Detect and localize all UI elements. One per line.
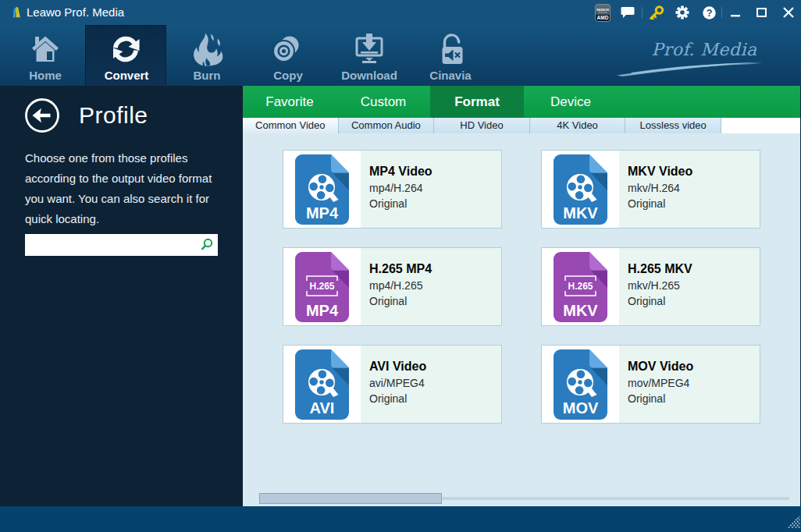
nav-item-home[interactable]: Home bbox=[5, 25, 86, 86]
settings-gear-icon[interactable] bbox=[673, 0, 692, 25]
subtab-common-audio[interactable]: Common Audio bbox=[339, 118, 435, 133]
format-card-mp4-video[interactable]: MP4 MP4 Video mp4/H.264 Original bbox=[283, 150, 502, 229]
convert-icon bbox=[86, 30, 167, 68]
file-type-label: MKV bbox=[563, 204, 598, 222]
format-quality: Original bbox=[628, 391, 760, 406]
sidebar-description: Choose one from those profiles according… bbox=[25, 148, 225, 229]
file-type-label: MOV bbox=[563, 399, 599, 417]
format-card-avi-video[interactable]: AVI AVI Video avi/MPEG4 Original bbox=[283, 345, 502, 424]
download-icon bbox=[329, 30, 410, 67]
video-file-reel-icon: MP4 bbox=[283, 151, 361, 228]
maximize-button[interactable] bbox=[752, 0, 771, 25]
amd-radeon-badge: RADEON AMD bbox=[593, 0, 611, 25]
app-window: Leawo Prof. Media RADEON AMD bbox=[0, 0, 801, 532]
burn-flame-icon bbox=[166, 30, 247, 67]
amd-badge-top-label: RADEON bbox=[596, 8, 609, 11]
nav-item-download[interactable]: Download bbox=[329, 25, 410, 86]
profile-search-box bbox=[25, 234, 218, 256]
tab-format[interactable]: Format bbox=[430, 86, 524, 118]
tab-device[interactable]: Device bbox=[524, 86, 618, 118]
format-quality: Original bbox=[628, 196, 760, 211]
main-navigation: Home Convert bbox=[0, 25, 801, 86]
tab-favorite[interactable]: Favorite bbox=[243, 86, 336, 118]
copy-disc-icon bbox=[247, 30, 329, 67]
subtab-lossless-video[interactable]: Lossless video bbox=[625, 118, 721, 133]
profile-sidebar: Profile Choose one from those profiles a… bbox=[0, 86, 243, 506]
nav-label-convert: Convert bbox=[86, 69, 167, 82]
h265-badge-label: H.265 bbox=[309, 281, 334, 292]
format-title: MP4 Video bbox=[369, 164, 501, 179]
subtab-common-video[interactable]: Common Video bbox=[243, 118, 339, 133]
titlebar: Leawo Prof. Media RADEON AMD bbox=[0, 0, 801, 25]
nav-item-cinavia[interactable]: Cinavia bbox=[410, 25, 491, 86]
home-icon bbox=[5, 30, 86, 67]
statusbar bbox=[0, 506, 801, 532]
nav-item-copy[interactable]: Copy bbox=[247, 25, 329, 86]
svg-text:?: ? bbox=[706, 8, 712, 19]
format-title: H.265 MP4 bbox=[369, 261, 501, 277]
register-key-icon[interactable] bbox=[646, 0, 665, 25]
format-title: H.265 MKV bbox=[628, 261, 760, 277]
minimize-button[interactable] bbox=[726, 0, 745, 25]
profile-category-tabs: Favorite Custom Format Device bbox=[243, 86, 801, 118]
nav-label-copy: Copy bbox=[247, 69, 329, 82]
horizontal-scrollbar-thumb[interactable] bbox=[259, 493, 442, 504]
back-button[interactable] bbox=[24, 98, 60, 133]
nav-item-convert[interactable]: Convert bbox=[85, 25, 166, 86]
resize-grip[interactable] bbox=[788, 516, 800, 531]
amd-badge-bottom-label: AMD bbox=[596, 15, 608, 20]
format-card-body: MOV Video mov/MPEG4 Original bbox=[619, 346, 760, 423]
format-card-mkv-video[interactable]: MKV MKV Video mkv/H.264 Original bbox=[541, 150, 760, 229]
tab-custom[interactable]: Custom bbox=[336, 86, 430, 118]
nav-label-download: Download bbox=[329, 69, 410, 82]
h265-file-icon: H.265 MKV bbox=[542, 248, 619, 325]
format-card-body: MP4 Video mp4/H.264 Original bbox=[361, 151, 501, 228]
close-button[interactable] bbox=[778, 0, 799, 25]
video-file-reel-icon: MKV bbox=[542, 151, 619, 228]
format-title: MOV Video bbox=[628, 359, 760, 374]
file-type-label: AVI bbox=[310, 399, 335, 417]
format-codec: mkv/H.264 bbox=[628, 180, 760, 196]
titlebar-separator bbox=[642, 7, 643, 18]
profile-panel: Favorite Custom Format Device Common Vid… bbox=[243, 86, 801, 506]
h265-badge-label: H.265 bbox=[568, 281, 593, 292]
nav-item-burn[interactable]: Burn bbox=[166, 25, 247, 86]
h265-file-icon: H.265 MP4 bbox=[283, 248, 361, 325]
feedback-bubble-icon[interactable] bbox=[619, 0, 636, 25]
nav-label-cinavia: Cinavia bbox=[410, 69, 491, 82]
format-card-body: H.265 MKV mkv/H.265 Original bbox=[619, 248, 760, 325]
format-title: MKV Video bbox=[628, 164, 760, 179]
titlebar-separator bbox=[721, 7, 722, 18]
format-codec: mp4/H.264 bbox=[369, 180, 501, 196]
video-file-reel-icon: AVI bbox=[283, 346, 361, 423]
format-codec: mp4/H.265 bbox=[369, 278, 501, 293]
file-type-label: MP4 bbox=[306, 302, 339, 319]
format-title: AVI Video bbox=[369, 359, 501, 374]
subtab-4k-video[interactable]: 4K Video bbox=[530, 118, 626, 133]
brand-swoosh-underline bbox=[615, 59, 765, 81]
cinavia-lock-icon bbox=[410, 30, 491, 67]
subtab-hd-video[interactable]: HD Video bbox=[434, 118, 530, 133]
format-codec: avi/MPEG4 bbox=[369, 375, 501, 391]
format-quality: Original bbox=[628, 293, 760, 309]
nav-label-burn: Burn bbox=[166, 69, 247, 82]
file-type-label: MP4 bbox=[306, 204, 339, 222]
window-title: Leawo Prof. Media bbox=[27, 0, 124, 25]
format-card-body: H.265 MP4 mp4/H.265 Original bbox=[361, 248, 501, 325]
format-card-h265-mkv[interactable]: H.265 MKV H.265 MKV mkv/H.265 Original bbox=[541, 247, 760, 326]
format-card-body: AVI Video avi/MPEG4 Original bbox=[361, 346, 501, 423]
format-quality: Original bbox=[369, 391, 501, 406]
format-card-h265-mp4[interactable]: H.265 MP4 H.265 MP4 mp4/H.265 Original bbox=[283, 247, 502, 326]
format-quality: Original bbox=[369, 293, 501, 309]
format-list: MP4 MP4 Video mp4/H.264 Original bbox=[243, 133, 801, 506]
leawo-logo-icon bbox=[12, 6, 21, 21]
profile-search-input[interactable] bbox=[28, 236, 196, 254]
format-codec: mov/MPEG4 bbox=[628, 375, 760, 391]
help-icon[interactable]: ? bbox=[700, 0, 718, 25]
format-subtabs: Common Video Common Audio HD Video 4K Vi… bbox=[243, 118, 801, 133]
format-codec: mkv/H.265 bbox=[628, 278, 760, 293]
brand-script-text: Prof. Media bbox=[642, 40, 767, 59]
search-icon[interactable] bbox=[199, 238, 213, 255]
format-card-mov-video[interactable]: MOV MOV Video mov/MPEG4 Original bbox=[541, 345, 760, 424]
format-quality: Original bbox=[369, 196, 501, 211]
